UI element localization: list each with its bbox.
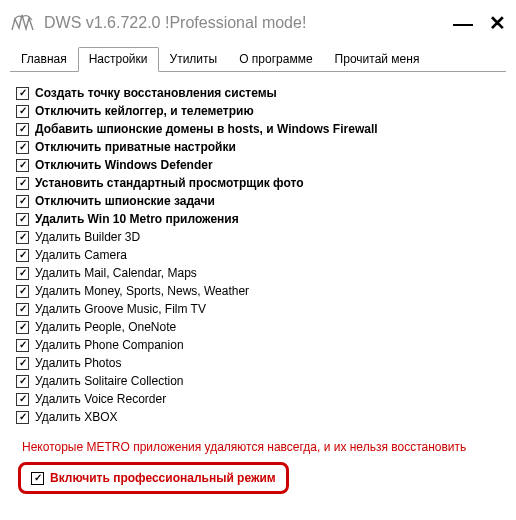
checkbox[interactable] [16, 159, 29, 172]
checkbox-row: Удалить Win 10 Metro приложения [16, 210, 500, 228]
checkbox[interactable] [16, 141, 29, 154]
warning-text: Некоторые METRO приложения удаляются нав… [22, 440, 500, 454]
checkbox[interactable] [16, 375, 29, 388]
checkbox-label: Удалить Builder 3D [35, 230, 140, 244]
titlebar: DWS v1.6.722.0 !Professional mode! — ✕ [10, 6, 506, 40]
checkbox-label: Удалить People, OneNote [35, 320, 176, 334]
checkbox[interactable] [16, 303, 29, 316]
window-buttons: — ✕ [453, 13, 506, 33]
pro-mode-checkbox[interactable] [31, 472, 44, 485]
checkbox-row: Создать точку восстановления системы [16, 84, 500, 102]
checkbox-label: Удалить Win 10 Metro приложения [35, 212, 239, 226]
checkbox-row: Удалить Money, Sports, News, Weather [16, 282, 500, 300]
checkbox-row: Добавить шпионские домены в hosts, и Win… [16, 120, 500, 138]
checkbox-row: Удалить Solitaire Collection [16, 372, 500, 390]
app-window: DWS v1.6.722.0 !Professional mode! — ✕ Г… [0, 0, 516, 520]
app-icon [10, 11, 36, 35]
close-button[interactable]: ✕ [489, 13, 506, 33]
checkbox-row: Отключить Windows Defender [16, 156, 500, 174]
pro-mode-box: Включить профессиональный режим [18, 462, 289, 494]
checkbox-label: Удалить Voice Recorder [35, 392, 166, 406]
checkbox[interactable] [16, 267, 29, 280]
checkbox-label: Отключить приватные настройки [35, 140, 236, 154]
checkbox[interactable] [16, 357, 29, 370]
checkbox-row: Удалить Camera [16, 246, 500, 264]
checkbox-row: Удалить Voice Recorder [16, 390, 500, 408]
checkbox-label: Удалить Phone Companion [35, 338, 184, 352]
tab-settings[interactable]: Настройки [78, 47, 159, 72]
checkbox-row: Удалить Groove Music, Film TV [16, 300, 500, 318]
checkbox-label: Удалить Camera [35, 248, 127, 262]
checkbox[interactable] [16, 213, 29, 226]
minimize-button[interactable]: — [453, 13, 473, 33]
checkbox[interactable] [16, 249, 29, 262]
checkbox-row: Установить стандартный просмотрщик фото [16, 174, 500, 192]
checkbox-label: Отключить кейлоггер, и телеметрию [35, 104, 254, 118]
checkbox-label: Отключить Windows Defender [35, 158, 213, 172]
tab-about[interactable]: О программе [228, 47, 323, 72]
checkbox[interactable] [16, 195, 29, 208]
checkbox-label: Установить стандартный просмотрщик фото [35, 176, 304, 190]
checkbox[interactable] [16, 393, 29, 406]
checkbox-label: Удалить Photos [35, 356, 122, 370]
checkbox-label: Удалить Groove Music, Film TV [35, 302, 206, 316]
checkbox-row: Удалить Builder 3D [16, 228, 500, 246]
checkbox-label: Удалить Mail, Calendar, Maps [35, 266, 197, 280]
checkbox-row: Отключить кейлоггер, и телеметрию [16, 102, 500, 120]
checkbox-label: Удалить XBOX [35, 410, 118, 424]
pro-mode-label: Включить профессиональный режим [50, 471, 276, 485]
checkbox[interactable] [16, 177, 29, 190]
tab-main[interactable]: Главная [10, 47, 78, 72]
checkbox[interactable] [16, 339, 29, 352]
checkbox[interactable] [16, 123, 29, 136]
tab-readme[interactable]: Прочитай меня [324, 47, 431, 72]
checkbox-row: Отключить шпионские задачи [16, 192, 500, 210]
checkbox-label: Создать точку восстановления системы [35, 86, 277, 100]
checkbox[interactable] [16, 231, 29, 244]
checkbox[interactable] [16, 411, 29, 424]
checkbox-row: Удалить People, OneNote [16, 318, 500, 336]
checkbox[interactable] [16, 321, 29, 334]
checkbox-row: Удалить Photos [16, 354, 500, 372]
checkbox-row: Удалить Phone Companion [16, 336, 500, 354]
window-title: DWS v1.6.722.0 !Professional mode! [44, 14, 445, 32]
tab-content: Создать точку восстановления системыОткл… [10, 72, 506, 494]
checkbox[interactable] [16, 87, 29, 100]
checkbox[interactable] [16, 285, 29, 298]
checkbox-row: Удалить Mail, Calendar, Maps [16, 264, 500, 282]
checkbox-row: Отключить приватные настройки [16, 138, 500, 156]
checkbox-label: Добавить шпионские домены в hosts, и Win… [35, 122, 378, 136]
checkbox-row: Удалить XBOX [16, 408, 500, 426]
tab-strip: Главная Настройки Утилиты О программе Пр… [10, 46, 506, 72]
checkbox-label: Удалить Money, Sports, News, Weather [35, 284, 249, 298]
checkbox-label: Отключить шпионские задачи [35, 194, 215, 208]
checkbox-label: Удалить Solitaire Collection [35, 374, 184, 388]
checkbox[interactable] [16, 105, 29, 118]
tab-utilities[interactable]: Утилиты [159, 47, 229, 72]
